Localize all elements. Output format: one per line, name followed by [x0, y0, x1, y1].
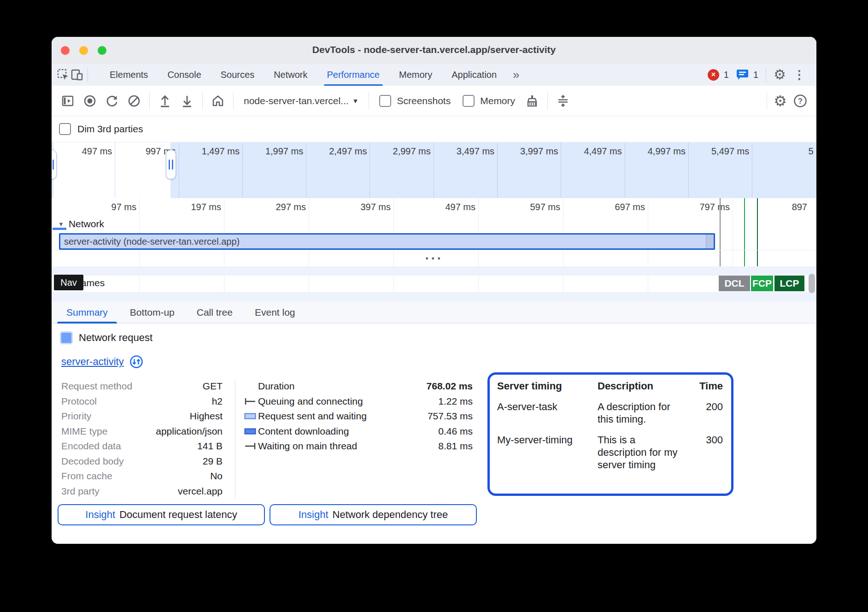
overview-tick: 1,497 ms [179, 142, 243, 199]
selection-left-handle[interactable] [52, 150, 57, 179]
toolbar-divider [547, 92, 548, 110]
record-icon[interactable] [80, 91, 100, 111]
history-dropdown[interactable]: node-server-tan.vercel... ▼ [239, 95, 363, 106]
memory-checkbox-row[interactable]: Memory [458, 95, 520, 107]
tab-summary[interactable]: Summary [55, 301, 119, 324]
request-sent-glyph-icon [244, 412, 258, 420]
timing-row: Content downloading 0.46 ms [244, 424, 473, 439]
server-timing-name: My-server-timing [497, 434, 598, 471]
network-request-bar[interactable]: server-activity (node-server-tan.vercel.… [59, 233, 715, 250]
fcp-badge: FCP [751, 276, 773, 291]
column-divider [235, 380, 235, 499]
tab-memory[interactable]: Memory [389, 64, 442, 86]
tab-elements[interactable]: Elements [100, 64, 158, 86]
timeline-overview[interactable]: 497 ms 997 ms 1,497 ms 1,997 ms 2,497 ms… [52, 142, 816, 199]
tab-application[interactable]: Application [442, 64, 506, 86]
title-bar: DevTools - node-server-tan.vercel.app/se… [52, 37, 816, 64]
kebab-menu-icon[interactable]: ⋮ [791, 68, 808, 82]
main-tab-bar: Elements Console Sources Network Perform… [52, 64, 816, 86]
dim-third-parties-row: Dim 3rd parties [52, 116, 816, 142]
more-tabs-icon[interactable]: » [506, 68, 526, 82]
tab-event-log[interactable]: Event log [244, 301, 306, 324]
toggle-sidebar-icon[interactable] [58, 91, 77, 111]
ruler-tick: 297 ms [276, 202, 306, 212]
toolbar-divider [369, 92, 369, 110]
inspect-element-icon[interactable] [56, 68, 70, 82]
panel-tab-bar: Summary Bottom-up Call tree Event log [52, 301, 816, 324]
toolbar-divider [202, 92, 203, 110]
toolbar-divider [149, 92, 150, 110]
overview-tick: 4,997 ms [625, 142, 689, 199]
collapse-triangle-icon: ▼ [58, 221, 64, 228]
upload-profile-icon[interactable] [155, 91, 175, 111]
tab-sources[interactable]: Sources [211, 64, 264, 86]
tab-console[interactable]: Console [158, 64, 211, 86]
nav-tooltip: Nav [54, 275, 83, 290]
tab-performance[interactable]: Performance [317, 64, 390, 86]
ruler-tick: 897 [792, 202, 807, 212]
tab-network[interactable]: Network [264, 64, 317, 86]
insight-document-request-latency-button[interactable]: Insight Document request latency [58, 504, 265, 525]
device-toolbar-icon[interactable] [70, 68, 84, 82]
field-row: PriorityHighest [61, 409, 223, 424]
field-row: From cacheNo [61, 469, 223, 484]
field-row: Decoded body29 B [61, 454, 223, 469]
toolbar-divider [767, 92, 767, 110]
overview-tick: 5,497 ms [689, 142, 752, 199]
screenshots-checkbox-row[interactable]: Screenshots [375, 95, 455, 107]
chevron-down-icon: ▼ [352, 97, 359, 105]
overview-tick: 2,997 ms [370, 142, 434, 199]
overview-tick: 3,997 ms [498, 142, 561, 199]
flame-chart-tracks[interactable]: 97 ms 197 ms 297 ms 397 ms 497 ms 597 ms… [52, 198, 816, 301]
issues-icon[interactable] [736, 69, 749, 81]
clear-icon[interactable] [124, 91, 144, 111]
toolbar-divider [233, 92, 234, 110]
memory-checkbox[interactable] [463, 95, 475, 107]
field-row: Request methodGET [61, 379, 223, 394]
network-request-bar-tail [706, 235, 714, 248]
insight-network-dependency-tree-button[interactable]: Insight Network dependency tree [270, 504, 477, 525]
collect-garbage-icon[interactable] [522, 91, 542, 111]
dcl-badge: DCL [719, 276, 750, 291]
vertical-scrollbar-thumb[interactable] [809, 274, 815, 293]
waiting-main-thread-glyph-icon [244, 442, 258, 450]
issue-count: 1 [753, 70, 758, 80]
field-row: Protocolh2 [61, 394, 223, 409]
capture-settings-gear-icon[interactable]: ⚙ [774, 94, 787, 108]
timing-row: Waiting on main thread 8.81 ms [244, 439, 473, 454]
download-profile-icon[interactable] [177, 91, 197, 111]
ruler-tick: 97 ms [111, 202, 136, 212]
reveal-in-network-icon[interactable] [129, 355, 143, 369]
reload-record-icon[interactable] [102, 91, 122, 111]
settings-gear-icon[interactable]: ⚙ [774, 68, 786, 82]
dim-third-parties-checkbox[interactable] [59, 123, 71, 135]
timing-row: Request sent and waiting 757.53 ms [244, 409, 473, 424]
server-timing-time: 200 [683, 400, 723, 425]
server-timing-description: This is a description for my server timi… [598, 434, 683, 471]
home-icon[interactable] [208, 91, 228, 111]
help-icon[interactable]: ? [791, 91, 810, 111]
collapse-panel-icon[interactable] [553, 91, 573, 111]
overview-tick: 2,497 ms [306, 142, 370, 199]
screenshots-checkbox[interactable] [379, 95, 391, 107]
field-row: Encoded data141 B [61, 439, 223, 454]
server-timing-name: A-server-task [497, 400, 598, 425]
description-header: Description [598, 380, 683, 392]
tab-bar-divider [88, 67, 88, 82]
request-fields: Request methodGET Protocolh2 PriorityHig… [61, 379, 223, 499]
selection-right-handle[interactable] [166, 150, 176, 179]
ruler-tick: 697 ms [615, 202, 645, 212]
error-icon[interactable]: × [708, 69, 719, 81]
server-timing-description: A description for this timing. [598, 400, 683, 425]
overview-tick: 5 [752, 142, 816, 199]
overview-tick: 4,497 ms [561, 142, 625, 199]
ruler-tick: 197 ms [191, 202, 221, 212]
timing-row: Duration 768.02 ms [244, 379, 473, 394]
server-timing-box: Server timing Description Time A-server-… [487, 372, 733, 496]
track-scroll-indicator [53, 228, 66, 230]
track-overflow-ellipsis[interactable]: ··· [52, 252, 816, 265]
network-request-legend-swatch [61, 333, 71, 343]
tab-bottom-up[interactable]: Bottom-up [119, 301, 186, 324]
tab-call-tree[interactable]: Call tree [186, 301, 244, 324]
request-link[interactable]: server-activity [61, 356, 124, 368]
